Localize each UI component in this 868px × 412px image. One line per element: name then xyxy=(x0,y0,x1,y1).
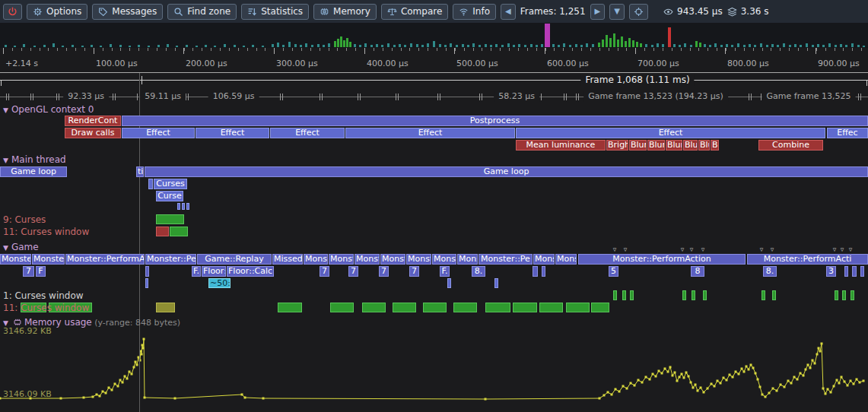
zone-bar[interactable]: Mons xyxy=(533,254,555,265)
zone-bar[interactable] xyxy=(542,266,545,277)
zone-bar[interactable]: Monster::PerformAction xyxy=(578,254,746,265)
zone-bar[interactable]: 7 xyxy=(348,266,358,277)
zone-bar[interactable] xyxy=(860,266,864,277)
red-bar[interactable]: Bl xyxy=(711,140,719,151)
green-bar[interactable] xyxy=(842,290,846,300)
red-bar[interactable]: Blur xyxy=(683,140,698,151)
zone-bar[interactable] xyxy=(447,278,451,288)
zone-bar[interactable] xyxy=(186,203,189,210)
zone-bar[interactable]: Monst xyxy=(406,254,431,265)
red-bar[interactable] xyxy=(156,227,169,236)
red-bar[interactable]: Combine xyxy=(758,140,823,151)
zone-bar[interactable]: Mons xyxy=(457,254,478,265)
green-bar[interactable] xyxy=(393,303,416,312)
zone-bar[interactable]: 7 xyxy=(409,266,419,277)
zone-bar[interactable]: Mons xyxy=(555,254,577,265)
green-bar[interactable] xyxy=(362,303,386,312)
zone-bar[interactable]: Monster::Pe xyxy=(479,254,533,265)
olive-bar[interactable] xyxy=(156,303,175,312)
green-bar[interactable] xyxy=(613,290,617,300)
zone-bar[interactable]: Monster::Pe xyxy=(145,254,196,265)
green-bar[interactable] xyxy=(170,227,188,236)
zone-bar[interactable]: Postprocess xyxy=(122,116,868,126)
green-bar[interactable] xyxy=(423,303,447,312)
cyan-bar[interactable]: ~50: xyxy=(208,278,231,288)
zone-bar[interactable]: Curse xyxy=(156,191,183,201)
collapse-arrow-icon[interactable]: ▼ xyxy=(3,157,8,164)
zone-bar[interactable]: Effect xyxy=(122,128,195,138)
green-bar[interactable] xyxy=(539,303,563,312)
zone-bar[interactable] xyxy=(494,278,498,288)
zone-bar[interactable]: 7 xyxy=(23,266,34,277)
zone-bar[interactable]: 8. xyxy=(763,266,777,277)
zone-bar[interactable] xyxy=(533,266,538,277)
red-bar[interactable]: Blur xyxy=(629,140,647,151)
collapse-arrow-icon[interactable]: ▼ xyxy=(3,244,8,252)
zone-bar[interactable]: Monste xyxy=(32,254,65,265)
zone-bar[interactable]: ti xyxy=(136,166,144,177)
green-bar[interactable] xyxy=(692,290,695,300)
zone-bar[interactable]: 8. xyxy=(472,266,485,277)
green-bar[interactable] xyxy=(682,290,686,300)
green-bar[interactable] xyxy=(622,290,626,300)
green-bar[interactable] xyxy=(566,303,590,312)
zone-bar[interactable] xyxy=(844,266,848,277)
zone-bar[interactable]: 8 xyxy=(691,266,704,277)
section-header[interactable]: ▼Main thread xyxy=(3,154,66,165)
zone-bar[interactable] xyxy=(145,278,148,288)
green-bar[interactable] xyxy=(630,290,634,300)
zone-bar[interactable]: Effect xyxy=(196,128,269,138)
zone-bar[interactable]: Effect xyxy=(345,128,515,138)
red-bar[interactable]: Blur xyxy=(698,140,710,151)
zone-bar[interactable]: Effect xyxy=(270,128,345,138)
red-bar[interactable]: Draw calls xyxy=(65,128,121,138)
zone-bar[interactable]: Floor::Calc xyxy=(227,266,274,277)
green-bar[interactable] xyxy=(761,290,765,300)
zone-bar[interactable]: Game loop xyxy=(0,166,67,177)
zone-bar[interactable]: 7 xyxy=(320,266,329,277)
zone-bar[interactable]: 5 xyxy=(609,266,618,277)
section-header[interactable]: ▼Game xyxy=(3,242,39,252)
red-bar[interactable]: Blur xyxy=(647,140,665,151)
section-header[interactable]: ▼OpenGL context 0 xyxy=(3,104,94,115)
red-bar[interactable]: RenderCont xyxy=(65,116,121,126)
zone-bar[interactable]: Effec xyxy=(827,128,868,138)
memory-graph[interactable] xyxy=(0,0,868,412)
zone-bar[interactable]: Monste xyxy=(432,254,456,265)
zone-bar[interactable]: Effect xyxy=(516,128,825,138)
zone-bar[interactable]: 3 xyxy=(826,266,836,277)
red-bar[interactable]: Mean luminance xyxy=(516,140,606,151)
green-bar[interactable] xyxy=(278,303,302,312)
green-bar[interactable] xyxy=(156,214,184,224)
zone-bar[interactable]: Monster::PerformA xyxy=(65,254,145,265)
zone-bar[interactable]: Monst xyxy=(329,254,354,265)
red-bar[interactable]: Brigh xyxy=(606,140,628,151)
green-bar[interactable] xyxy=(703,290,707,300)
zone-bar[interactable] xyxy=(177,203,180,210)
zone-bar[interactable]: Missed xyxy=(272,254,303,265)
green-bar[interactable] xyxy=(835,290,838,300)
zone-bar[interactable] xyxy=(148,179,153,189)
zone-bar[interactable]: 7 xyxy=(379,266,389,277)
zone-bar[interactable]: Monste xyxy=(0,254,31,265)
zone-bar[interactable]: Game loop xyxy=(145,166,868,177)
green-bar[interactable] xyxy=(485,303,510,312)
zone-bar[interactable]: Curses xyxy=(154,179,187,189)
green-bar[interactable] xyxy=(851,290,854,300)
zone-bar[interactable]: Monst xyxy=(380,254,405,265)
red-bar[interactable]: Blur xyxy=(666,140,682,151)
zone-bar[interactable]: F. xyxy=(192,266,201,277)
collapse-arrow-icon[interactable]: ▼ xyxy=(3,106,8,114)
green-bar[interactable] xyxy=(330,303,354,312)
zone-bar[interactable]: Monst xyxy=(304,254,328,265)
zone-bar[interactable]: F xyxy=(36,266,46,277)
green-bar[interactable] xyxy=(453,303,477,312)
zone-bar[interactable] xyxy=(182,203,185,210)
zone-bar[interactable] xyxy=(145,266,149,277)
zone-bar[interactable]: Monster::PerformActi xyxy=(747,254,868,265)
zone-bar[interactable]: Floor: xyxy=(202,266,226,277)
zone-bar[interactable]: F. xyxy=(440,266,450,277)
green-bar[interactable] xyxy=(591,303,609,312)
green-bar[interactable] xyxy=(772,290,776,300)
green-bar[interactable] xyxy=(513,303,537,312)
